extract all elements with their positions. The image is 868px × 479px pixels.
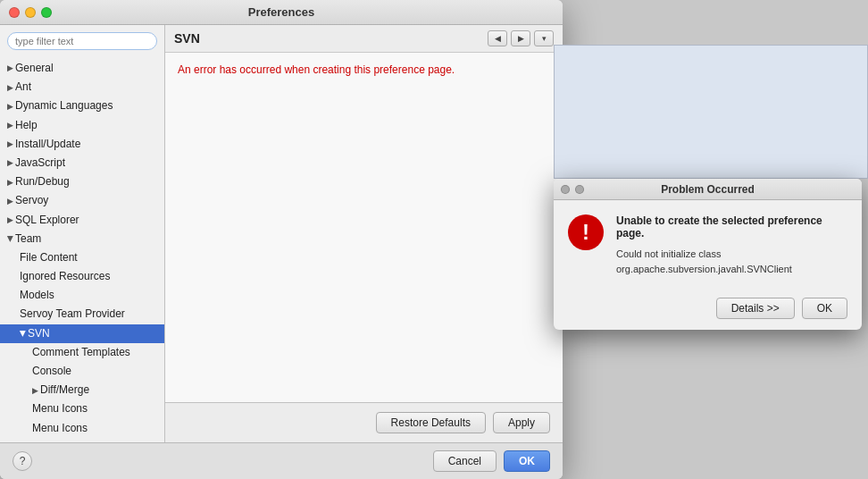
arrow-icon: ▶	[7, 100, 13, 113]
sidebar-item-label: Dynamic Languages	[15, 97, 113, 114]
sidebar-item-label: Install/Update	[15, 136, 80, 153]
error-exclamation: !	[582, 220, 589, 245]
ok-button[interactable]: OK	[504, 450, 550, 472]
traffic-lights	[9, 7, 52, 18]
sidebar-item-label: JavaScript	[15, 155, 65, 172]
dialog-content: ! Unable to create the selected preferen…	[554, 200, 862, 290]
sidebar-item-label: SVN	[28, 325, 50, 342]
sidebar-item-javascript[interactable]: ▶ JavaScript	[0, 154, 164, 172]
sidebar-item-label: Comment Templates	[32, 344, 130, 361]
sidebar-item-svn[interactable]: ▶ SVN	[0, 324, 164, 343]
sidebar-item-label: Menu Icons	[32, 420, 88, 437]
sidebar-item-sql-explorer[interactable]: ▶ SQL Explorer	[0, 211, 164, 230]
sidebar-item-ignored-resources[interactable]: Ignored Resources	[0, 267, 164, 286]
main-content: SVN ◀ ▶ ▾ An error has occurred when cre…	[165, 25, 563, 442]
nav-dropdown-button[interactable]: ▾	[534, 30, 554, 46]
background-window	[554, 45, 868, 179]
close-button[interactable]	[9, 7, 20, 18]
preferences-body: ▶ General ▶ Ant ▶ Dynamic Languages ▶ He…	[0, 25, 563, 442]
dialog-buttons: Details >> OK	[554, 290, 862, 330]
sidebar-item-comment-templates[interactable]: Comment Templates	[0, 343, 164, 362]
bottom-action-bar: Restore Defaults Apply	[165, 402, 563, 442]
arrow-icon: ▶	[7, 62, 13, 74]
arrow-icon: ▶	[7, 176, 13, 189]
arrow-icon: ▶	[4, 236, 16, 242]
nav-back-button[interactable]: ◀	[488, 30, 507, 46]
window-bottom-buttons: ? Cancel OK	[13, 450, 550, 472]
sub-message-line2: org.apache.subversion.javahl.SVNClient	[616, 264, 792, 274]
sidebar-item-label: Console	[32, 363, 71, 380]
sidebar-item-dynamic-languages[interactable]: ▶ Dynamic Languages	[0, 97, 164, 115]
nav-buttons: ◀ ▶ ▾	[488, 30, 554, 46]
arrow-icon: ▶	[7, 156, 13, 169]
sidebar-item-run-debug[interactable]: ▶ Run/Debug	[0, 172, 164, 191]
sidebar-item-label: Ant	[15, 79, 31, 96]
dialog-text: Unable to create the selected preference…	[616, 214, 847, 276]
dialog-main-message: Unable to create the selected preference…	[616, 214, 847, 240]
error-circle-icon: !	[568, 214, 604, 250]
arrow-icon: ▶	[7, 81, 13, 94]
dialog-close-icon	[561, 185, 570, 194]
sidebar-item-general[interactable]: ▶ General	[0, 59, 164, 78]
sidebar-item-label: File Content	[20, 249, 78, 266]
sidebar-item-label: Menu Icons	[32, 400, 88, 417]
sidebar-item-file-content[interactable]: File Content	[0, 248, 164, 267]
tree-view: ▶ General ▶ Ant ▶ Dynamic Languages ▶ He…	[0, 57, 164, 442]
sidebar-item-label-decorations[interactable]: Menu Icons	[0, 399, 164, 418]
sidebar-item-menu-icons[interactable]: Menu Icons	[0, 419, 164, 438]
minimize-button[interactable]	[25, 7, 36, 18]
cancel-button[interactable]: Cancel	[433, 450, 497, 472]
problem-dialog: Problem Occurred ! Unable to create the …	[554, 179, 862, 330]
window-footer: ? Cancel OK	[0, 442, 563, 479]
dialog-min-icon	[575, 185, 584, 194]
dialog-title-bar: Problem Occurred	[554, 179, 862, 200]
sidebar-item-models[interactable]: Models	[0, 286, 164, 305]
sidebar-item-team[interactable]: ▶ Team	[0, 230, 164, 248]
title-bar: Preferences	[0, 0, 563, 25]
sidebar: ▶ General ▶ Ant ▶ Dynamic Languages ▶ He…	[0, 25, 165, 442]
sidebar-item-label: Run/Debug	[15, 173, 70, 190]
dialog-title: Problem Occurred	[661, 183, 755, 196]
content-title: SVN	[174, 31, 480, 46]
sidebar-item-label: Team	[15, 231, 41, 248]
error-message: An error has occurred when creating this…	[165, 53, 563, 87]
preferences-window: Preferences ▶ General ▶ Ant ▶ Dynamic La…	[0, 0, 563, 479]
content-header: SVN ◀ ▶ ▾	[165, 25, 563, 53]
content-fill	[165, 87, 563, 402]
sidebar-item-servoy-team-provider[interactable]: Servoy Team Provider	[0, 305, 164, 324]
restore-defaults-button[interactable]: Restore Defaults	[376, 412, 486, 433]
sidebar-item-label: Models	[20, 287, 54, 304]
apply-button[interactable]: Apply	[493, 412, 550, 433]
arrow-icon: ▶	[7, 119, 13, 131]
help-button[interactable]: ?	[13, 451, 32, 471]
maximize-button[interactable]	[41, 7, 52, 18]
search-input[interactable]	[7, 32, 157, 50]
sidebar-item-diff-merge[interactable]: ▶ Diff/Merge	[0, 381, 164, 399]
sidebar-item-servoy[interactable]: ▶ Servoy	[0, 191, 164, 210]
sidebar-item-console[interactable]: Console	[0, 362, 164, 381]
sidebar-item-label: Diff/Merge	[40, 382, 89, 399]
sidebar-item-install-update[interactable]: ▶ Install/Update	[0, 135, 164, 154]
sidebar-item-label: General	[15, 60, 54, 77]
arrow-icon: ▶	[7, 195, 13, 207]
arrow-icon: ▶	[32, 384, 38, 397]
window-title: Preferences	[248, 5, 314, 19]
dialog-sub-message: Could not initialize class org.apache.su…	[616, 247, 847, 276]
sidebar-item-label: SQL Explorer	[15, 212, 79, 229]
sub-message-line1: Could not initialize class	[616, 248, 721, 259]
arrow-icon: ▶	[16, 331, 29, 337]
nav-forward-button[interactable]: ▶	[511, 30, 530, 46]
sidebar-item-label: Servoy Team Provider	[20, 306, 125, 323]
arrow-icon: ▶	[7, 138, 13, 150]
sidebar-item-label: Help	[15, 117, 38, 134]
sidebar-item-ant[interactable]: ▶ Ant	[0, 78, 164, 97]
sidebar-item-label: Servoy	[15, 192, 48, 209]
sidebar-item-label: Ignored Resources	[20, 268, 110, 285]
details-button[interactable]: Details >>	[716, 298, 795, 319]
sidebar-item-help[interactable]: ▶ Help	[0, 116, 164, 135]
dialog-ok-button[interactable]: OK	[802, 298, 847, 319]
arrow-icon: ▶	[7, 214, 13, 226]
dialog-traffic-lights	[561, 185, 584, 194]
